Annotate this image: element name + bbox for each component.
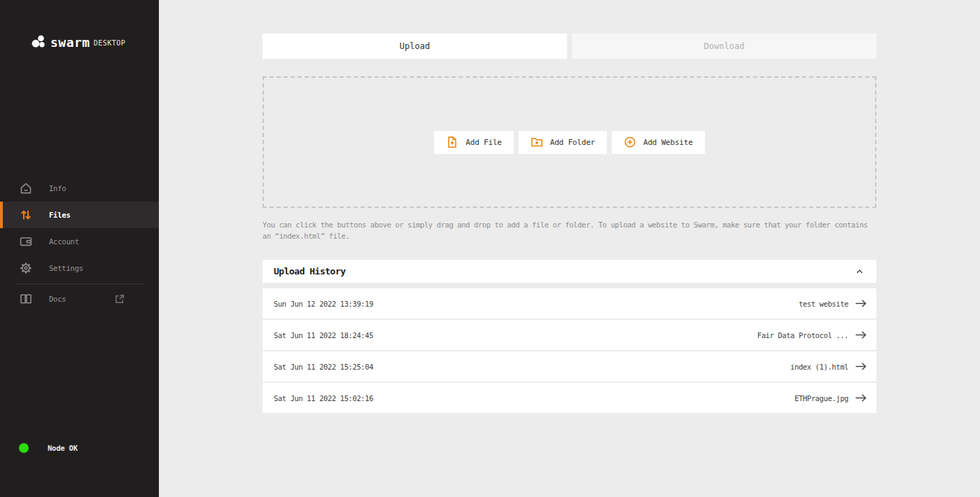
gear-icon [19,261,33,275]
app-logo: swarm DESKTOP [31,34,159,50]
swap-vertical-icon [19,208,33,222]
open-book-icon [19,292,33,306]
tab-download[interactable]: Download [572,34,876,59]
open-item-arrow-icon[interactable] [855,330,867,340]
row-filename: ETHPrague.jpg [794,394,848,402]
add-file-icon [446,136,458,148]
sidebar-item-files[interactable]: Files [0,202,159,228]
sidebar-item-docs[interactable]: Docs [0,286,159,312]
node-status-label: Node OK [48,444,78,452]
sidebar-item-label: Docs [49,295,66,303]
upload-history-section: Upload History Sun Jun 12 2022 13:39:19 … [262,260,876,413]
sidebar-nav: Info Files Account [0,175,159,312]
add-folder-icon [531,136,543,148]
sidebar-item-label: Settings [49,264,83,272]
node-status: Node OK [19,443,78,453]
row-timestamp: Sun Jun 12 2022 13:39:19 [274,300,373,308]
row-filename: Fair Data Protocol ... [757,331,848,340]
row-timestamp: Sat Jun 11 2022 15:02:16 [274,394,373,402]
sidebar-item-label: Files [49,211,71,219]
add-file-button[interactable]: Add File [434,131,513,154]
tab-upload[interactable]: Upload [262,34,567,59]
row-filename: index (1).html [790,363,848,371]
history-row[interactable]: Sun Jun 12 2022 13:39:19 test website [262,288,876,318]
add-website-label: Add Website [643,138,693,147]
sidebar-item-info[interactable]: Info [0,175,159,202]
upload-download-tabs: Upload Download [262,34,876,59]
node-status-dot [19,443,29,453]
open-item-arrow-icon[interactable] [855,298,867,309]
history-row[interactable]: Sat Jun 11 2022 15:25:04 index (1).html [262,351,876,382]
add-website-icon [624,136,636,148]
open-item-arrow-icon[interactable] [855,393,867,403]
history-row[interactable]: Sat Jun 11 2022 18:24:45 Fair Data Proto… [262,320,876,350]
upload-history-header[interactable]: Upload History [262,260,876,283]
sidebar: swarm DESKTOP Info Files Account [0,0,159,497]
wallet-icon [19,234,33,248]
home-icon [19,181,33,195]
swarm-logo-icon [31,34,47,50]
main-content: Upload Download Add File Add Folder [159,0,980,497]
upload-history-title: Upload History [274,266,346,276]
brand-suffix: DESKTOP [94,39,126,47]
file-drop-zone[interactable]: Add File Add Folder Add Website [262,76,876,208]
add-folder-button[interactable]: Add Folder [519,131,607,154]
open-item-arrow-icon[interactable] [855,361,867,372]
upload-history-list: Sun Jun 12 2022 13:39:19 test website Sa… [262,288,876,413]
row-timestamp: Sat Jun 11 2022 18:24:45 [274,331,373,340]
brand-name: swarm [50,35,90,50]
sidebar-divider [15,284,144,284]
row-filename: test website [799,300,848,308]
sidebar-item-label: Account [49,237,79,246]
dropzone-helper-text: You can click the buttons above or simpl… [262,219,876,241]
history-row[interactable]: Sat Jun 11 2022 15:02:16 ETHPrague.jpg [262,383,876,413]
add-folder-label: Add Folder [550,138,595,147]
add-website-button[interactable]: Add Website [612,131,705,154]
external-link-icon [113,293,126,305]
sidebar-item-account[interactable]: Account [0,228,159,255]
row-timestamp: Sat Jun 11 2022 15:25:04 [274,363,373,371]
sidebar-item-settings[interactable]: Settings [0,255,159,281]
add-file-label: Add File [465,138,501,147]
chevron-up-icon[interactable] [854,266,865,277]
sidebar-item-label: Info [49,184,66,192]
